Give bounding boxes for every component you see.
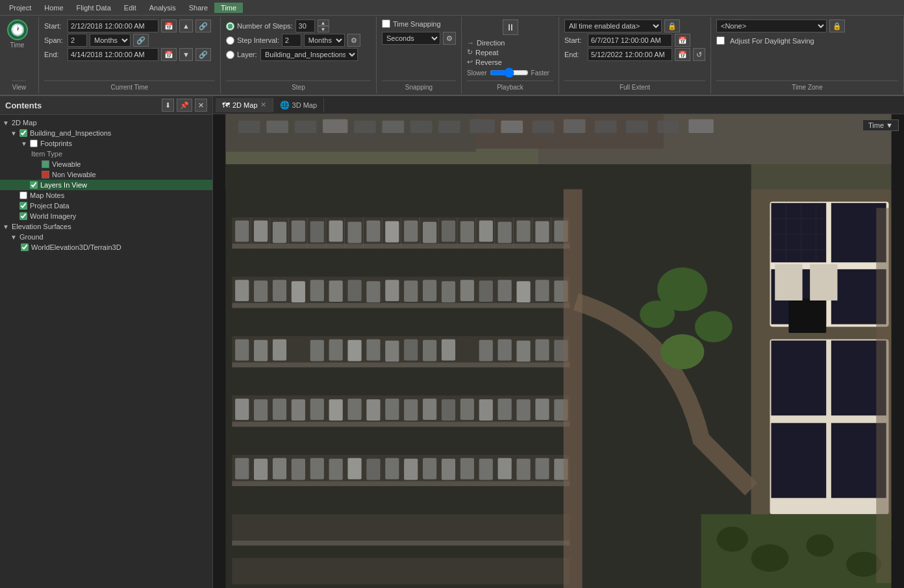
- svg-rect-75: [423, 222, 436, 243]
- fe-end-label: End:: [564, 51, 585, 58]
- steps-dn-btn[interactable]: ▼: [318, 26, 329, 32]
- fe-start-row: Start: 📅: [564, 34, 705, 47]
- tree-elevsurfaces-arrow[interactable]: ▼: [3, 223, 10, 230]
- fe-lock-btn[interactable]: 🔒: [664, 19, 680, 32]
- tree-2dmap-arrow[interactable]: ▼: [3, 119, 10, 127]
- tree-mapnotes[interactable]: ▶ Map Notes: [0, 190, 212, 201]
- svg-rect-77: [460, 221, 474, 243]
- tree-layersinview[interactable]: ▶ Layers In View: [0, 180, 212, 190]
- tree-2dmap[interactable]: ▼ 2D Map: [0, 117, 212, 128]
- tree-worldelev-check[interactable]: [21, 243, 29, 251]
- tree-layersinview-check[interactable]: [30, 181, 38, 189]
- tree-building[interactable]: ▼ Building_and_Inspections: [0, 128, 212, 138]
- svg-rect-155: [238, 121, 260, 133]
- seconds-settings-btn[interactable]: ⚙: [443, 32, 456, 45]
- time-snapping-check[interactable]: [382, 19, 390, 28]
- menu-analysis[interactable]: Analysis: [143, 3, 182, 13]
- menu-project[interactable]: Project: [3, 3, 38, 13]
- svg-rect-126: [404, 399, 418, 421]
- start-calendar-btn[interactable]: 📅: [161, 19, 177, 32]
- tree-footprints[interactable]: ▼ Footprints: [0, 138, 212, 149]
- fe-end-cal-btn[interactable]: 📅: [675, 48, 690, 61]
- step-interval-settings-btn[interactable]: ⚙: [347, 34, 360, 47]
- playback-controls-row: ⏸: [467, 19, 553, 35]
- end-chain-btn[interactable]: 🔗: [195, 48, 211, 61]
- map-time-button[interactable]: Time ▼: [862, 119, 899, 131]
- start-input[interactable]: [68, 19, 158, 32]
- svg-rect-108: [385, 341, 399, 362]
- fe-end-input[interactable]: [588, 48, 672, 61]
- end-calendar-btn[interactable]: 📅: [161, 48, 177, 61]
- tab-2dmap[interactable]: 🗺 2D Map ✕: [216, 98, 273, 112]
- svg-rect-107: [366, 339, 380, 361]
- svg-rect-115: [535, 339, 549, 361]
- menu-flightdata[interactable]: Flight Data: [70, 3, 118, 13]
- svg-rect-129: [460, 398, 474, 420]
- fe-end-refresh-btn[interactable]: ↺: [693, 48, 705, 61]
- tree-projectdata[interactable]: ▶ Project Data: [0, 201, 212, 211]
- start-chain-btn[interactable]: 🔗: [195, 19, 211, 32]
- svg-rect-38: [232, 303, 570, 308]
- start-up-btn[interactable]: ▲: [179, 19, 193, 32]
- tree-worldelev[interactable]: WorldElevation3D/Terrain3D: [0, 242, 212, 252]
- pause-btn[interactable]: ⏸: [503, 19, 518, 35]
- fe-start-input[interactable]: [588, 34, 672, 47]
- span-row: Span: Months Days Hours 🔗: [44, 34, 215, 47]
- timezone-select[interactable]: <None>: [716, 19, 827, 32]
- tree-worldimagery-check[interactable]: [19, 212, 27, 220]
- layer-select[interactable]: Building_and_Inspections: [260, 48, 358, 61]
- tree-projectdata-check[interactable]: [19, 202, 27, 210]
- tree-ground[interactable]: ▼ Ground: [0, 232, 212, 242]
- tree-elevsurfaces[interactable]: ▼ Elevation Surfaces: [0, 221, 212, 232]
- layer-radio[interactable]: [226, 51, 234, 59]
- speed-slider[interactable]: [490, 69, 529, 77]
- svg-rect-69: [310, 221, 324, 243]
- span-unit-select[interactable]: Months Days Hours: [90, 34, 131, 47]
- step-interval-input[interactable]: [282, 34, 301, 47]
- contents-collapse-btn[interactable]: ⬇: [162, 99, 174, 112]
- tz-lock-btn[interactable]: 🔒: [829, 19, 845, 32]
- fe-start-cal-btn[interactable]: 📅: [675, 34, 690, 47]
- fe-dropdown-row: All time enabled data> 🔒: [564, 19, 705, 32]
- time-label: Time: [10, 42, 25, 49]
- tree-building-arrow[interactable]: ▼: [10, 130, 18, 137]
- faster-label: Faster: [531, 69, 549, 77]
- seconds-select[interactable]: Seconds Minutes Hours: [382, 32, 440, 45]
- svg-rect-122: [329, 399, 343, 421]
- svg-rect-164: [501, 121, 523, 133]
- svg-rect-153: [226, 114, 476, 152]
- steps-up-btn[interactable]: ▲: [318, 19, 329, 26]
- tab-2dmap-close[interactable]: ✕: [260, 101, 266, 109]
- contents-close-btn[interactable]: ✕: [195, 99, 207, 112]
- tree-mapnotes-check[interactable]: [19, 191, 27, 199]
- tab-3dmap[interactable]: 🌐 3D Map: [273, 98, 325, 112]
- svg-rect-123: [347, 398, 361, 420]
- svg-rect-104: [310, 340, 324, 361]
- num-steps-label: Number of Steps:: [237, 22, 293, 30]
- step-interval-radio[interactable]: [226, 36, 234, 45]
- tree-worldimagery[interactable]: ▶ World Imagery: [0, 211, 212, 221]
- menu-home[interactable]: Home: [38, 3, 69, 13]
- adjust-dst-check[interactable]: [716, 36, 725, 45]
- num-steps-radio[interactable]: [226, 22, 234, 31]
- span-input[interactable]: [68, 34, 87, 47]
- svg-rect-93: [423, 280, 436, 301]
- svg-rect-117: [235, 398, 249, 420]
- contents-pin-btn[interactable]: 📌: [177, 99, 192, 112]
- svg-rect-158: [323, 119, 348, 133]
- span-link-btn[interactable]: 🔗: [133, 34, 149, 47]
- tree-ground-arrow[interactable]: ▼: [10, 234, 18, 241]
- menu-share[interactable]: Share: [182, 3, 214, 13]
- num-steps-input[interactable]: [295, 19, 315, 32]
- tree-footprints-check[interactable]: [30, 140, 38, 147]
- tree-building-check[interactable]: [19, 129, 27, 137]
- tree-footprints-arrow[interactable]: ▼: [21, 140, 29, 147]
- adjust-dst-row: Adjust For Daylight Saving: [716, 36, 898, 45]
- step-interval-unit-select[interactable]: Months Days: [304, 34, 345, 47]
- menu-time[interactable]: Time: [214, 3, 243, 13]
- end-down-btn[interactable]: ▼: [179, 48, 193, 61]
- map-area: 🗺 2D Map ✕ 🌐 3D Map: [213, 96, 904, 588]
- menu-edit[interactable]: Edit: [118, 3, 143, 13]
- full-extent-select[interactable]: All time enabled data>: [564, 19, 662, 32]
- end-input[interactable]: [68, 48, 158, 61]
